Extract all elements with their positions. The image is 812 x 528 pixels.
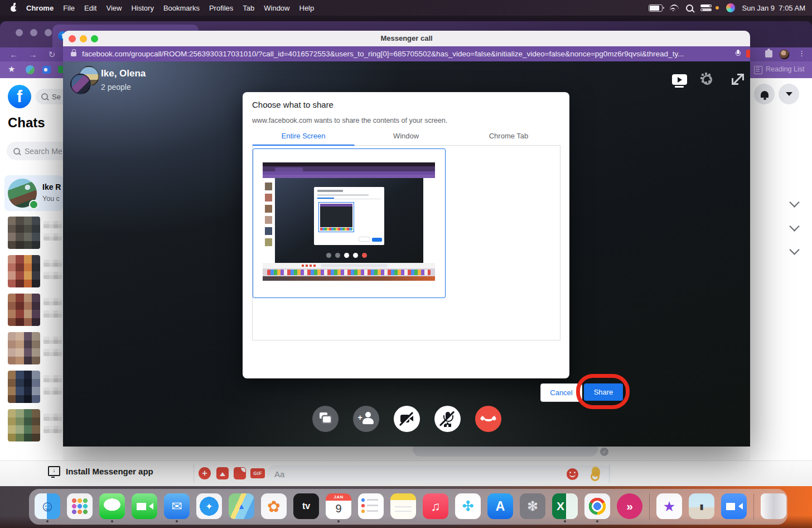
mic-muted-button[interactable]: [434, 406, 461, 432]
dock-item-skitch[interactable]: »: [617, 492, 642, 522]
mic-permission-icon[interactable]: [736, 50, 741, 58]
dock-item-excel[interactable]: X: [552, 492, 578, 522]
account-menu-button[interactable]: [779, 84, 799, 104]
menu-item[interactable]: Profiles: [209, 4, 233, 12]
share-screen-button[interactable]: [312, 406, 339, 432]
profile-avatar[interactable]: [779, 49, 790, 60]
dock-item-zoom[interactable]: [721, 492, 747, 522]
menu-item[interactable]: History: [131, 4, 153, 12]
section-chevron-down-icon[interactable]: [789, 197, 799, 207]
dock-app-icon: [358, 493, 384, 519]
dock-item-mail[interactable]: ✉: [164, 492, 190, 522]
dock-item-chrome[interactable]: [584, 492, 610, 522]
window-titlebar: Messenger call: [63, 31, 750, 46]
attach-image-button[interactable]: [216, 467, 229, 479]
dock-item-notes[interactable]: [390, 492, 416, 522]
inactive-close-button[interactable]: [16, 29, 23, 36]
dock-item-system-preferences[interactable]: ✻: [520, 492, 545, 522]
menu-item[interactable]: Bookmarks: [163, 4, 200, 12]
section-chevron-down-icon[interactable]: [789, 244, 799, 255]
dock-item-trash[interactable]: [761, 492, 786, 522]
share-tab[interactable]: Entire Screen: [252, 129, 355, 145]
dock-item-messages[interactable]: [99, 492, 125, 522]
reading-list-icon[interactable]: [754, 66, 762, 74]
address-bar[interactable]: facebook.com/groupcall/ROOM:256393031703…: [63, 46, 750, 61]
censored-preview: [44, 426, 62, 433]
share-tab[interactable]: Chrome Tab: [457, 129, 560, 145]
share-tab[interactable]: Window: [355, 129, 457, 145]
dock-item-imovie[interactable]: ★: [656, 492, 682, 522]
ok-hand-send-button[interactable]: [589, 467, 603, 481]
call-controls: +: [63, 406, 750, 432]
menu-bar-clock[interactable]: Sun Jan 9 7:05 AM: [742, 4, 805, 12]
browser-menu-icon[interactable]: ⋮: [798, 49, 805, 57]
dock-app-icon: [132, 493, 157, 519]
message-input[interactable]: [267, 465, 612, 483]
chat-list-item[interactable]: [0, 330, 63, 368]
siri-icon[interactable]: [726, 3, 735, 12]
chat-list-item[interactable]: [0, 291, 63, 330]
dock-app-icon: ♫: [423, 493, 448, 519]
apple-menu-icon[interactable]: [10, 4, 17, 12]
reading-list-label[interactable]: Reading List: [766, 65, 805, 73]
menu-item[interactable]: File: [63, 4, 75, 12]
dock-item-music[interactable]: ♫: [423, 492, 448, 522]
back-button[interactable]: ←: [9, 50, 19, 59]
reload-button[interactable]: ↻: [47, 50, 57, 60]
dock-item-app-store[interactable]: A: [487, 492, 513, 522]
bookmark-zoom-icon[interactable]: [42, 66, 51, 74]
dock-item-safari[interactable]: ✦: [196, 492, 222, 522]
facebook-logo[interactable]: f: [8, 85, 31, 108]
menu-item[interactable]: Edit: [84, 4, 96, 12]
fullscreen-expand-icon[interactable]: [732, 74, 743, 85]
menu-item[interactable]: Tab: [243, 4, 254, 12]
add-person-button[interactable]: +: [353, 406, 379, 432]
dock-item-maps[interactable]: ▲: [229, 492, 254, 522]
chat-list-item[interactable]: [0, 407, 63, 445]
chat-list-item[interactable]: [0, 214, 63, 253]
share-screen-dialog: Choose what to share www.facebook.com wa…: [243, 92, 569, 378]
participant-avatar: [70, 74, 91, 94]
dock-app-icon: ★: [656, 493, 682, 519]
dock-item-reminders[interactable]: [358, 492, 384, 522]
extensions-icon[interactable]: [765, 50, 772, 57]
dock-item-photo-file[interactable]: ▮: [689, 492, 714, 522]
gear-icon[interactable]: [702, 75, 712, 85]
dock-item-facetime[interactable]: [132, 492, 157, 522]
chat-list-item[interactable]: [0, 368, 63, 407]
menu-item[interactable]: Window: [264, 4, 289, 12]
dock-item-finder[interactable]: ☺: [35, 492, 60, 522]
bookmark-site-icon[interactable]: [26, 65, 35, 74]
active-app-name[interactable]: Chrome: [26, 4, 54, 12]
section-chevron-down-icon[interactable]: [789, 221, 799, 231]
dock-item-launchpad[interactable]: [67, 492, 93, 522]
messenger-call-window: Messenger call facebook.com/groupcall/RO…: [63, 31, 750, 447]
censored-name: [44, 260, 62, 267]
entire-screen-preview[interactable]: [253, 148, 446, 298]
dock-item-apple-tv[interactable]: tv: [293, 492, 319, 522]
more-actions-button[interactable]: +: [199, 467, 211, 479]
inactive-minimize-button[interactable]: [30, 29, 37, 36]
menu-item[interactable]: Help: [299, 4, 315, 12]
forward-button[interactable]: →: [28, 50, 38, 59]
dock-item-calendar[interactable]: 9 JAN: [326, 492, 351, 522]
gif-button[interactable]: GIF: [250, 468, 265, 478]
emoji-button[interactable]: [567, 468, 578, 480]
install-messenger-button[interactable]: ↓ Install Messenger app: [48, 466, 153, 476]
dock-item-slack[interactable]: ✣: [455, 492, 481, 522]
battery-icon[interactable]: [649, 4, 663, 12]
picture-in-picture-icon[interactable]: [672, 74, 687, 85]
spotlight-search-icon[interactable]: [686, 4, 693, 12]
menu-item[interactable]: View: [106, 4, 122, 12]
dock-item-photos[interactable]: ✿: [261, 492, 287, 522]
sticker-button[interactable]: [234, 467, 246, 479]
inactive-zoom-button[interactable]: [45, 29, 52, 36]
control-center-icon[interactable]: [700, 4, 713, 11]
chat-list-item[interactable]: [0, 253, 63, 291]
wifi-icon[interactable]: [670, 4, 679, 11]
camera-off-button[interactable]: [394, 406, 420, 432]
notifications-button[interactable]: [754, 84, 775, 104]
hang-up-button[interactable]: [475, 406, 501, 432]
bookmark-star-icon[interactable]: ★: [8, 64, 15, 74]
chat-item-selected[interactable]: Ike R You c: [4, 175, 63, 211]
